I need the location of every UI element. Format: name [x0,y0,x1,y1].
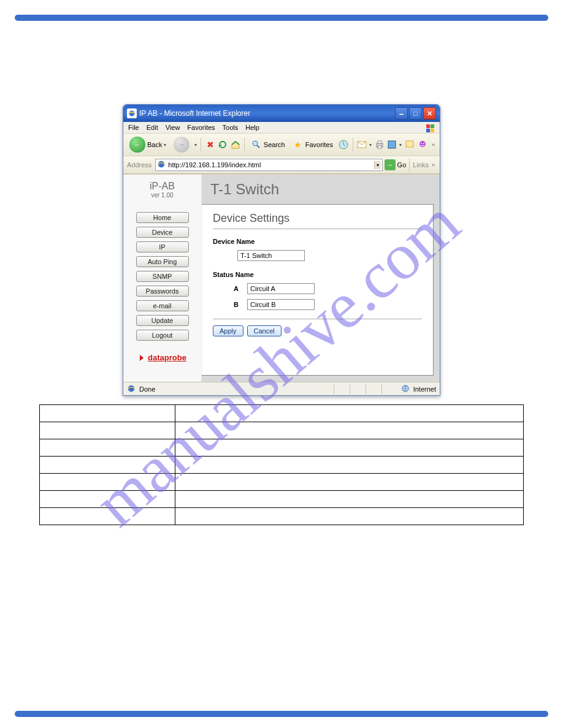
go-button[interactable]: → Go [385,159,407,170]
product-version: ver 1.00 [127,192,197,199]
status-letter-b: B [224,301,239,308]
refresh-icon[interactable] [218,139,228,150]
table-cell [40,457,175,474]
table-row [40,422,524,439]
back-label: Back [147,141,162,148]
menu-tools[interactable]: Tools [223,124,239,131]
apply-button[interactable]: Apply [213,325,243,336]
forward-arrow-icon: → [174,137,190,153]
status-b-input[interactable] [247,299,315,310]
address-input[interactable]: http://192.168.1.199/index.html ▾ [155,159,382,171]
search-label: Search [264,141,285,148]
table-cell [175,508,523,525]
table-cell [40,508,175,525]
menu-favorites[interactable]: Favorites [187,124,215,131]
mail-icon[interactable] [357,139,367,150]
sidebar-item-autoping[interactable]: Auto Ping [136,256,189,267]
back-button[interactable]: ← Back ▾ [127,135,169,154]
sidebar-item-device[interactable]: Device [136,227,189,238]
main-header: T-1 Switch [202,175,440,204]
chevron-right-icon[interactable]: » [431,142,436,148]
dataprobe-logo: dataprobe [127,353,197,362]
status-bar: Done Internet [123,382,440,395]
settings-table-wrap [39,404,524,525]
table-cell [175,457,523,474]
table-cell [175,405,523,422]
ie-icon [127,108,137,118]
toolbar: ← Back ▾ → ▾ ✖ Search [123,134,440,156]
sidebar-item-snmp[interactable]: SNMP [136,271,189,282]
menu-help[interactable]: Help [245,124,259,131]
product-name: iP-AB [127,181,197,192]
settings-table [39,404,524,525]
table-cell [40,474,175,491]
stop-icon[interactable]: ✖ [205,139,215,150]
ie-window: IP AB - Microsoft Internet Explorer ‒ □ … [123,104,440,396]
svg-line-6 [257,145,259,148]
table-cell [175,422,523,439]
table-row [40,491,524,508]
forward-button[interactable]: → [171,135,192,154]
search-button[interactable]: Search [248,138,288,151]
sidebar-item-update[interactable]: Update [136,315,189,326]
links-label[interactable]: Links [413,161,429,169]
toolbar-separator [353,138,353,151]
menu-edit[interactable]: Edit [147,124,158,131]
status-name-label: Status Name [213,271,422,278]
messenger-icon[interactable] [417,139,428,150]
minimize-button[interactable]: ‒ [395,107,408,119]
cancel-button[interactable]: Cancel [247,325,282,336]
device-name-label: Device Name [213,238,422,245]
svg-rect-1 [426,124,430,128]
table-cell [40,422,175,439]
favorites-button[interactable]: ★ Favorites [290,138,335,151]
table-cell [40,491,175,508]
search-icon [251,139,262,150]
chevron-down-icon[interactable]: ▾ [194,142,197,148]
status-segment [366,384,378,394]
chevron-right-icon[interactable]: » [431,162,436,168]
status-a-input[interactable] [247,283,315,294]
dropdown-icon[interactable]: ▾ [374,161,381,169]
page-icon-small [127,384,136,394]
table-row [40,457,524,474]
menu-file[interactable]: File [128,124,139,131]
page-rule-top [15,15,548,21]
chevron-down-icon[interactable]: ▾ [399,142,402,148]
sidebar-item-home[interactable]: Home [136,212,189,223]
page-title: T-1 Switch [210,181,431,198]
window-title: IP AB - Microsoft Internet Explorer [139,109,395,118]
star-icon: ★ [293,139,304,150]
history-icon[interactable] [338,139,349,150]
toolbar-separator [409,158,410,172]
svg-rect-11 [378,146,381,148]
discuss-icon[interactable] [404,139,415,150]
windows-flag-icon [425,123,436,136]
chevron-down-icon: ▾ [164,142,166,148]
table-cell [175,439,523,457]
sidebar-item-passwords[interactable]: Passwords [136,286,189,297]
svg-rect-10 [378,141,381,143]
close-button[interactable]: ✕ [423,107,436,119]
page-icon [157,160,166,170]
table-row [40,474,524,491]
sidebar-item-ip[interactable]: IP [136,241,189,252]
menu-view[interactable]: View [166,124,180,131]
table-cell [175,474,523,491]
settings-box: Device Settings Device Name Status Name … [202,204,434,376]
device-name-input[interactable] [237,250,305,261]
print-icon[interactable] [374,139,385,150]
sidebar: iP-AB ver 1.00 Home Device IP Auto Ping … [123,175,202,382]
chevron-down-icon[interactable]: ▾ [369,142,372,148]
edit-icon[interactable] [387,139,397,150]
svg-point-18 [128,385,135,392]
svg-point-0 [129,111,135,116]
main-panel: T-1 Switch Device Settings Device Name S… [202,175,440,382]
table-cell [40,405,175,422]
svg-point-15 [421,143,422,144]
maximize-button[interactable]: □ [409,107,422,119]
sidebar-item-email[interactable]: e-mail [136,300,189,311]
home-icon[interactable] [230,139,240,150]
section-title: Device Settings [213,212,422,229]
sidebar-item-logout[interactable]: Logout [136,330,189,341]
